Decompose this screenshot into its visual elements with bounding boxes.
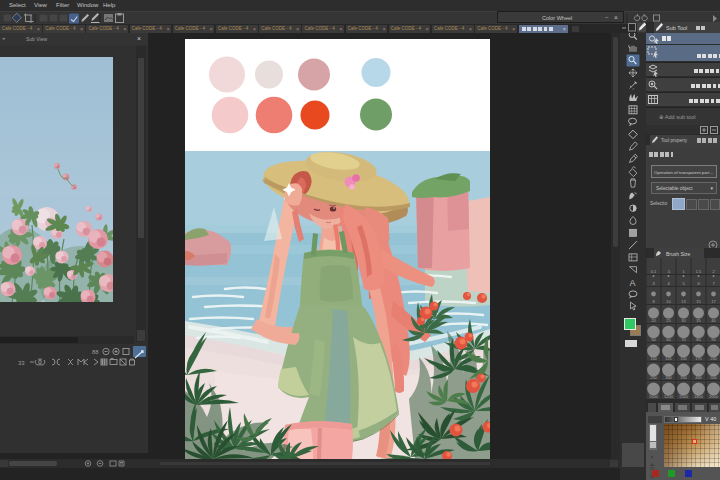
svg-text:100: 100 [650, 356, 657, 361]
svg-text:175: 175 [695, 356, 702, 361]
svg-text:0.1: 0.1 [651, 269, 657, 274]
svg-text:300: 300 [665, 375, 672, 380]
svg-text:500: 500 [710, 375, 717, 380]
svg-text:17: 17 [711, 299, 716, 304]
svg-text:2000: 2000 [709, 394, 719, 399]
svg-text:200: 200 [710, 356, 717, 361]
svg-text:70: 70 [681, 337, 686, 342]
svg-text:30: 30 [681, 318, 686, 323]
svg-text:125: 125 [665, 356, 672, 361]
svg-text:33: 33 [18, 360, 25, 366]
svg-text:13: 13 [681, 299, 686, 304]
svg-text:A: A [630, 278, 636, 288]
svg-text:1200: 1200 [664, 394, 674, 399]
svg-text:88: 88 [92, 349, 99, 355]
svg-text:250: 250 [650, 375, 657, 380]
svg-text:35: 35 [696, 318, 701, 323]
svg-text:25: 25 [666, 318, 671, 323]
svg-text:15: 15 [696, 299, 701, 304]
svg-text:90: 90 [711, 337, 716, 342]
svg-text:1000: 1000 [649, 394, 659, 399]
svg-text:40: 40 [711, 318, 716, 323]
svg-text:1.5: 1.5 [696, 269, 702, 274]
svg-text:1800: 1800 [694, 394, 704, 399]
svg-text:350: 350 [680, 375, 687, 380]
svg-text:80: 80 [696, 337, 701, 342]
svg-text:1500: 1500 [679, 394, 689, 399]
svg-text:10: 10 [666, 299, 671, 304]
svg-text:20: 20 [651, 318, 656, 323]
svg-text:150: 150 [680, 356, 687, 361]
svg-text:50: 50 [651, 337, 656, 342]
svg-text:60: 60 [666, 337, 671, 342]
svg-text:400: 400 [695, 375, 702, 380]
